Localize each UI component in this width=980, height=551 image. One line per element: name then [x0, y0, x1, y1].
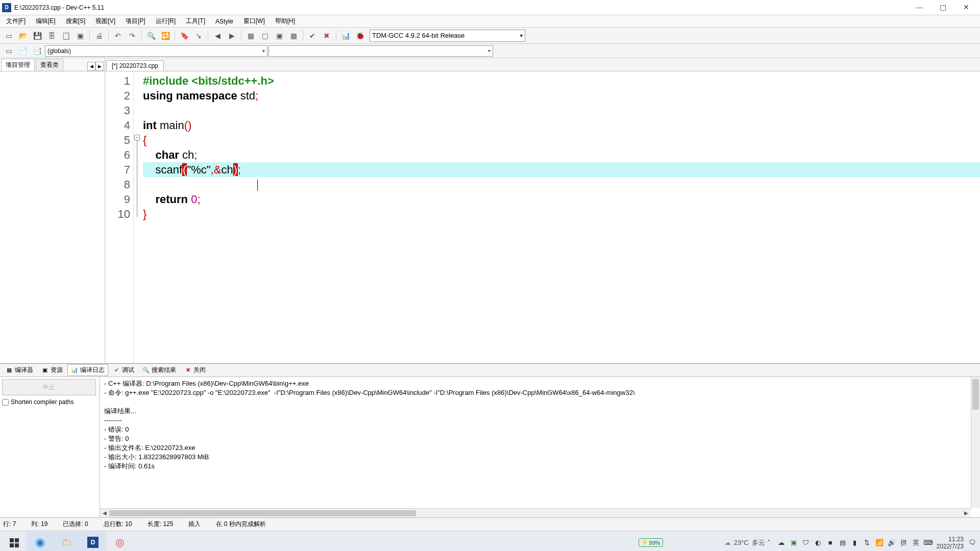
insert-icon[interactable]: 📄	[16, 44, 30, 58]
clock[interactable]: 11:23 2022/7/23	[937, 536, 964, 550]
sidebar-prev-icon[interactable]: ◀	[87, 62, 95, 71]
taskbar-app-other[interactable]: ◎	[106, 532, 133, 552]
back-icon[interactable]: ◀	[211, 29, 224, 42]
taskbar-app-devcpp[interactable]: D	[80, 532, 106, 552]
battery-indicator[interactable]: ⚡ 99%	[639, 538, 663, 547]
run-icon[interactable]: ▢	[258, 29, 272, 42]
scroll-right-icon[interactable]: ▶	[962, 510, 971, 516]
tab-compile-log[interactable]: 📊编译日志	[67, 364, 108, 376]
tab-resource[interactable]: ▣资源	[38, 364, 66, 376]
taskbar-app-explorer[interactable]: 🗀	[53, 532, 80, 552]
toggle-icon[interactable]: 📑	[31, 44, 44, 58]
undo-icon[interactable]: ↶	[111, 29, 125, 42]
scroll-left-icon[interactable]: ◀	[100, 510, 109, 516]
compiler-select[interactable]: TDM-GCC 4.9.2 64-bit Release ▾	[370, 30, 525, 42]
find-icon[interactable]: 🔍	[144, 29, 158, 42]
debug-icon[interactable]: ✔	[306, 29, 319, 42]
scope-combo[interactable]: (globals) ▾	[45, 45, 267, 57]
code-editor[interactable]: 1 2 3 4 5 6 7 8 9 10 − #include <bits/st…	[105, 71, 980, 363]
scrollbar-track[interactable]	[109, 510, 962, 517]
close-file-icon[interactable]: ▣	[74, 29, 87, 42]
log-icon: 📊	[71, 367, 78, 374]
bookmark-icon[interactable]: 🔖	[178, 29, 191, 42]
tab-close[interactable]: ✖关闭	[181, 364, 209, 376]
taskbar-app-edge[interactable]: ◉	[27, 532, 53, 552]
delete-profile-icon[interactable]: 🐞	[353, 29, 366, 42]
tray-battery-icon[interactable]: ▮	[851, 539, 859, 547]
tab-debug[interactable]: ✔调试	[109, 364, 138, 376]
tray-onedrive-icon[interactable]: ☁	[777, 539, 786, 547]
menu-run[interactable]: 运行[R]	[152, 16, 180, 27]
tab-search-results[interactable]: 🔍搜索结果	[139, 364, 180, 376]
replace-icon[interactable]: 🔁	[159, 29, 172, 42]
function-combo[interactable]: ▾	[268, 45, 493, 57]
code-token	[143, 148, 155, 161]
tray-app2-icon[interactable]: ■	[826, 539, 835, 547]
goto-icon[interactable]: ↘	[192, 29, 205, 42]
print-icon[interactable]: 🖨	[92, 29, 106, 42]
rebuild-icon[interactable]: ▦	[287, 29, 300, 42]
tab-compiler[interactable]: ▦编译器	[2, 364, 37, 376]
sidebar-next-icon[interactable]: ▶	[95, 62, 104, 71]
new-project-icon[interactable]: ▭	[2, 44, 15, 58]
save-all-icon[interactable]: 🗄	[45, 29, 58, 42]
sidebar-tab-classes[interactable]: 查看类	[36, 59, 63, 71]
horizontal-scrollbar[interactable]: ◀ ▶	[100, 508, 971, 517]
menu-window[interactable]: 窗口[W]	[239, 16, 269, 27]
menu-help[interactable]: 帮助[H]	[271, 16, 299, 27]
compile-output[interactable]: - C++ 编译器: D:\Program Files (x86)\Dev-Cp…	[100, 377, 980, 517]
menu-edit[interactable]: 编辑[E]	[32, 16, 60, 27]
start-button[interactable]	[2, 533, 27, 552]
compile-run-icon[interactable]: ▣	[273, 29, 286, 42]
shorten-paths-option[interactable]: Shorten compiler paths	[2, 398, 97, 406]
new-file-icon[interactable]: ▭	[2, 29, 15, 42]
output-pane: ▦编译器 ▣资源 📊编译日志 ✔调试 🔍搜索结果 ✖关闭 中止 Shorten …	[0, 363, 980, 517]
open-file-icon[interactable]: 📂	[16, 29, 30, 42]
tray-security-icon[interactable]: 🛡	[802, 539, 810, 547]
tab-label: 资源	[51, 366, 63, 374]
save-as-icon[interactable]: 📋	[59, 29, 72, 42]
tray-keyboard-icon[interactable]: ⌨	[924, 539, 933, 547]
redo-icon[interactable]: ↷	[126, 29, 139, 42]
line-number: 2	[105, 88, 130, 103]
menu-astyle[interactable]: AStyle	[211, 17, 237, 26]
menu-project[interactable]: 项目[P]	[121, 16, 150, 27]
profile-icon[interactable]: 📊	[339, 29, 352, 42]
compile-icon[interactable]: ▦	[244, 29, 257, 42]
tray-chevron-up-icon[interactable]: ˄	[765, 539, 773, 547]
tray-ime-pinyin[interactable]: 拼	[900, 539, 908, 547]
abort-button[interactable]: 中止	[2, 379, 96, 395]
save-icon[interactable]: 💾	[31, 29, 44, 42]
menu-tools[interactable]: 工具[T]	[182, 16, 209, 27]
maximize-button[interactable]: ▢	[931, 1, 954, 15]
scrollbar-thumb[interactable]	[972, 379, 979, 410]
fold-toggle-icon[interactable]: −	[134, 135, 140, 140]
menu-search[interactable]: 搜索[S]	[62, 16, 90, 27]
shorten-paths-checkbox[interactable]	[2, 399, 9, 406]
code-body[interactable]: #include <bits/stdc++.h> using namespace…	[141, 71, 980, 363]
tray-notifications-icon[interactable]: 🗨	[968, 539, 976, 547]
close-icon: ✖	[184, 367, 191, 374]
tray-ime-lang[interactable]: 英	[912, 539, 920, 547]
stop-debug-icon[interactable]: ✖	[320, 29, 333, 42]
code-token: ch	[182, 148, 194, 161]
close-button[interactable]: ✕	[954, 1, 978, 15]
tray-volume-icon[interactable]: 🔊	[888, 539, 896, 547]
sidebar-tab-project[interactable]: 项目管理	[1, 59, 35, 71]
menu-view[interactable]: 视图[V]	[91, 16, 119, 27]
minimize-button[interactable]: —	[908, 1, 931, 15]
tray-app1-icon[interactable]: ◐	[814, 539, 822, 547]
weather-widget[interactable]: ☁ 23°C 多云	[724, 538, 765, 547]
forward-icon[interactable]: ▶	[225, 29, 238, 42]
tray-app3-icon[interactable]: ▤	[839, 539, 847, 547]
menubar: 文件[F] 编辑[E] 搜索[S] 视图[V] 项目[P] 运行[R] 工具[T…	[0, 15, 980, 28]
scrollbar-thumb[interactable]	[109, 510, 416, 516]
tray-wifi-icon[interactable]: 📶	[875, 539, 884, 547]
document-tab[interactable]: [*] 20220723.cpp	[106, 60, 164, 71]
statusbar: 行: 7 列: 19 已选择: 0 总行数: 10 长度: 125 插入 在 0…	[0, 517, 980, 531]
vertical-scrollbar[interactable]	[971, 377, 980, 508]
tray-network-icon[interactable]: ⇅	[863, 539, 871, 547]
tab-label: 搜索结果	[152, 366, 176, 374]
menu-file[interactable]: 文件[F]	[2, 16, 30, 27]
tray-meet-icon[interactable]: ▣	[790, 539, 798, 547]
